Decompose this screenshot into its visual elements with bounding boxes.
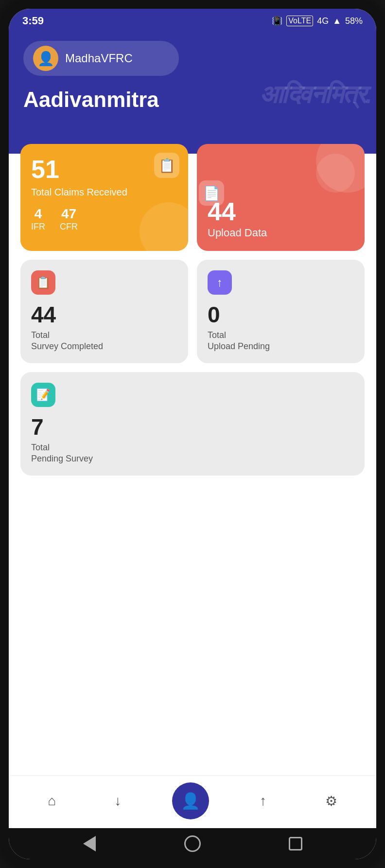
- nav-upload[interactable]: ↑: [252, 789, 274, 813]
- nav-home[interactable]: ⌂: [40, 789, 64, 813]
- home-circle-icon: [184, 835, 201, 852]
- nav-profile-button[interactable]: 👤: [172, 782, 209, 819]
- upload-pending-number: 0: [208, 301, 354, 328]
- phone-screen: 3:59 📳 VoLTE 4G ▲ 58% आदिवनमित्र. 👤 Madh…: [9, 9, 376, 859]
- upload-icon: ↑: [260, 793, 266, 809]
- survey-completed-label: Total Survey Completed: [31, 330, 177, 353]
- watermark-text: आदिवनमित्र.: [260, 80, 371, 109]
- upload-pending-card[interactable]: ↑ 0 Total Upload Pending: [197, 260, 365, 363]
- volte-icon: VoLTE: [286, 16, 313, 26]
- settings-icon: ⚙: [325, 793, 337, 809]
- bottom-cards-grid: 📋 44 Total Survey Completed ↑ 0 Total Up…: [20, 260, 365, 363]
- android-back-button[interactable]: [81, 835, 98, 852]
- top-cards-grid: 📋 51 Total Claims Received 4 IFR 47 CFR: [20, 144, 365, 251]
- cfr-section: 47 CFR: [60, 206, 78, 232]
- avatar: 👤: [33, 46, 58, 71]
- upload-pending-icon: ↑: [208, 270, 232, 295]
- ifr-section: 4 IFR: [31, 206, 45, 232]
- pending-survey-icon: 📝: [31, 383, 55, 407]
- cards-section: 📋 51 Total Claims Received 4 IFR 47 CFR: [9, 129, 376, 775]
- nav-download[interactable]: ↓: [107, 789, 129, 813]
- home-icon: ⌂: [48, 793, 56, 809]
- ifr-value: 4: [31, 206, 45, 222]
- avatar-icon: 👤: [37, 51, 54, 67]
- cfr-label: CFR: [60, 222, 78, 231]
- survey-completed-card[interactable]: 📋 44 Total Survey Completed: [20, 260, 188, 363]
- signal-icon: ▲: [332, 16, 341, 26]
- back-triangle-icon: [83, 836, 96, 851]
- pending-survey-number: 7: [31, 414, 354, 440]
- claims-label: Total Claims Received: [31, 186, 177, 198]
- recent-apps-icon: [289, 837, 302, 850]
- upload-label: Upload Data: [208, 226, 354, 240]
- upload-card[interactable]: 📄 44 Upload Data: [197, 144, 365, 251]
- network-4g: 4G: [317, 16, 329, 26]
- battery-icon: 58%: [345, 16, 363, 26]
- claims-subgrid: 4 IFR 47 CFR: [31, 206, 177, 232]
- survey-completed-icon: 📋: [31, 270, 55, 295]
- upload-pending-label: Total Upload Pending: [208, 330, 354, 353]
- phone-frame: 3:59 📳 VoLTE 4G ▲ 58% आदिवनमित्र. 👤 Madh…: [0, 0, 385, 868]
- user-pill[interactable]: 👤 MadhaVFRC: [23, 41, 179, 76]
- android-nav-bar: [9, 828, 376, 859]
- claims-card-icon: 📋: [154, 153, 179, 178]
- cfr-value: 47: [60, 206, 78, 222]
- upload-number: 44: [208, 197, 354, 226]
- android-recent-button[interactable]: [287, 835, 304, 852]
- ifr-label: IFR: [31, 222, 45, 231]
- status-bar: 3:59 📳 VoLTE 4G ▲ 58%: [9, 9, 376, 31]
- survey-completed-number: 44: [31, 301, 177, 328]
- status-time: 3:59: [22, 15, 44, 27]
- hero-section: आदिवनमित्र. 👤 MadhaVFRC Aadivanmitra: [9, 31, 376, 154]
- sim-icon: 📳: [272, 16, 282, 26]
- pending-survey-label: Total Pending Survey: [31, 442, 354, 465]
- status-icons: 📳 VoLTE 4G ▲ 58%: [272, 16, 363, 26]
- profile-icon: 👤: [181, 792, 200, 810]
- android-home-button[interactable]: [184, 835, 201, 852]
- username-label: MadhaVFRC: [65, 52, 133, 65]
- claims-card[interactable]: 📋 51 Total Claims Received 4 IFR 47 CFR: [20, 144, 188, 251]
- download-icon: ↓: [115, 793, 122, 809]
- nav-settings[interactable]: ⚙: [317, 789, 345, 813]
- pending-survey-card[interactable]: 📝 7 Total Pending Survey: [20, 372, 365, 476]
- bottom-nav: ⌂ ↓ 👤 ↑ ⚙: [9, 775, 376, 828]
